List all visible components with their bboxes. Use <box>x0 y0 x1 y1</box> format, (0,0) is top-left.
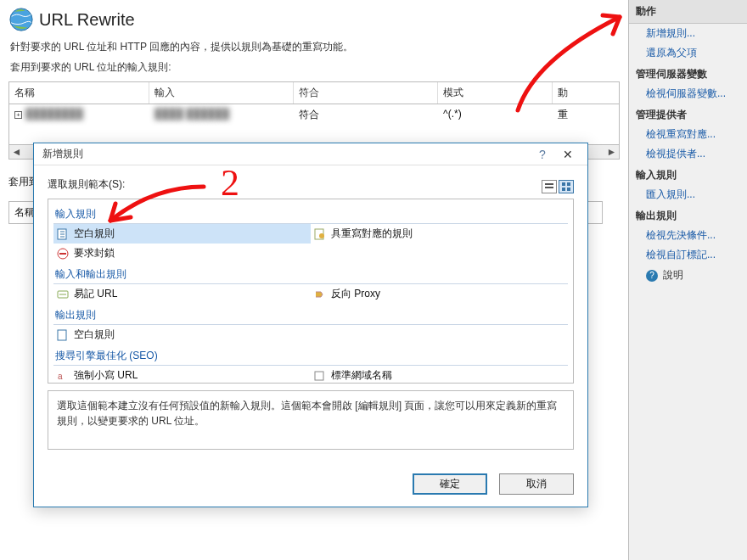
action-import-rules[interactable]: 匯入規則... <box>629 185 747 204</box>
item-request-block[interactable]: 要求封鎖 <box>53 244 311 263</box>
item-friendly-url[interactable]: 易記 URL <box>53 284 311 304</box>
actions-header: 動作 <box>629 0 747 24</box>
blank-rule-icon <box>57 228 69 240</box>
select-template-label: 選取規則範本(S): <box>48 177 125 192</box>
action-view-server-vars[interactable]: 檢視伺服器變數... <box>629 84 747 104</box>
block-icon <box>57 248 69 260</box>
url-rewrite-icon <box>8 7 34 32</box>
svg-rect-2 <box>545 183 553 185</box>
svg-text:a: a <box>58 372 63 381</box>
col-mode[interactable]: 模式 <box>438 82 553 104</box>
col-input[interactable]: 輸入 <box>149 82 294 104</box>
section-in-out: 輸入和輸出規則 <box>53 265 568 284</box>
item-reverse-proxy[interactable]: 反向 Proxy <box>311 284 568 304</box>
lowercase-icon: a <box>57 370 69 382</box>
expand-icon[interactable]: + <box>14 111 22 119</box>
table-row: +████████ ████ ██████ 符合 ^(.*) 重 <box>9 104 619 126</box>
section-seo: 搜尋引擎最佳化 (SEO) <box>53 346 568 366</box>
canonical-icon <box>314 370 326 382</box>
reverse-proxy-icon <box>314 288 326 300</box>
action-restore[interactable]: 還原為父項 <box>629 43 747 63</box>
friendly-url-icon <box>57 288 69 300</box>
action-view-providers[interactable]: 檢視提供者... <box>629 144 747 164</box>
action-add-rules[interactable]: 新增規則... <box>629 24 747 43</box>
svg-rect-6 <box>562 188 565 191</box>
item-blank-rule[interactable]: 空白規則 <box>53 224 311 244</box>
svg-point-10 <box>319 233 324 238</box>
action-view-maps[interactable]: 檢視重寫對應... <box>629 125 747 144</box>
section-inbound-rules: 輸入規則 <box>629 164 747 185</box>
help-button[interactable]: ? <box>531 148 553 161</box>
svg-rect-7 <box>567 188 570 191</box>
section-server-vars: 管理伺服器變數 <box>629 63 747 84</box>
action-view-tags[interactable]: 檢視自訂標記... <box>629 245 747 265</box>
page-title: URL Rewrite <box>39 10 135 30</box>
section-outbound: 輸出規則 <box>53 305 568 325</box>
col-match[interactable]: 符合 <box>294 82 438 104</box>
close-button[interactable]: ✕ <box>553 146 582 163</box>
rules-grid-body[interactable]: +████████ ████ ██████ 符合 ^(.*) 重 <box>8 104 620 145</box>
section-outbound-rules: 輸出規則 <box>629 204 747 226</box>
item-canonical-domain[interactable]: 標準網域名稱 <box>311 366 568 384</box>
action-view-preconditions[interactable]: 檢視先決條件... <box>629 226 747 245</box>
svg-rect-15 <box>315 372 323 380</box>
col-action[interactable]: 動 <box>553 82 619 104</box>
view-list-icon[interactable] <box>542 180 557 193</box>
add-rule-dialog: 新增規則 ? ✕ 選取規則範本(S): 輸入規則 <box>33 143 588 507</box>
help-icon: ? <box>646 270 658 282</box>
dialog-title: 新增規則 <box>42 147 531 161</box>
scroll-right-icon: ► <box>604 146 619 159</box>
svg-rect-13 <box>58 330 66 340</box>
svg-rect-3 <box>545 187 553 188</box>
section-providers: 管理提供者 <box>629 104 747 125</box>
item-force-lowercase[interactable]: a 強制小寫 URL <box>53 366 311 384</box>
action-help[interactable]: ? 說明 <box>629 265 747 286</box>
svg-rect-5 <box>567 182 570 186</box>
item-rule-with-map[interactable]: 具重寫對應的規則 <box>311 224 568 244</box>
template-list[interactable]: 輸入規則 空白規則 具重寫對應的規則 <box>48 199 574 384</box>
item-blank-rule-out[interactable]: 空白規則 <box>53 325 311 344</box>
scroll-left-icon: ◄ <box>9 146 24 159</box>
page-description-1: 針對要求的 URL 位址和 HTTP 回應的內容，提供以規則為基礎的重寫功能。 <box>10 39 618 54</box>
rules-grid-header: 名稱 輸入 符合 模式 動 <box>8 81 620 104</box>
cancel-button[interactable]: 取消 <box>499 473 574 495</box>
col-name[interactable]: 名稱 <box>9 82 149 104</box>
page-description-2: 套用到要求的 URL 位址的輸入規則: <box>10 59 618 75</box>
template-description: 選取這個範本建立沒有任何預設值的新輸入規則。這個範本會開啟 [編輯規則] 頁面，… <box>48 390 574 450</box>
svg-rect-4 <box>562 182 565 186</box>
view-grid-icon[interactable] <box>559 180 574 193</box>
section-inbound: 輸入規則 <box>53 204 568 224</box>
actions-pane: 動作 新增規則... 還原為父項 管理伺服器變數 檢視伺服器變數... 管理提供… <box>628 0 747 560</box>
map-rule-icon <box>314 228 326 240</box>
ok-button[interactable]: 確定 <box>413 473 487 495</box>
blank-rule-out-icon <box>57 329 69 341</box>
